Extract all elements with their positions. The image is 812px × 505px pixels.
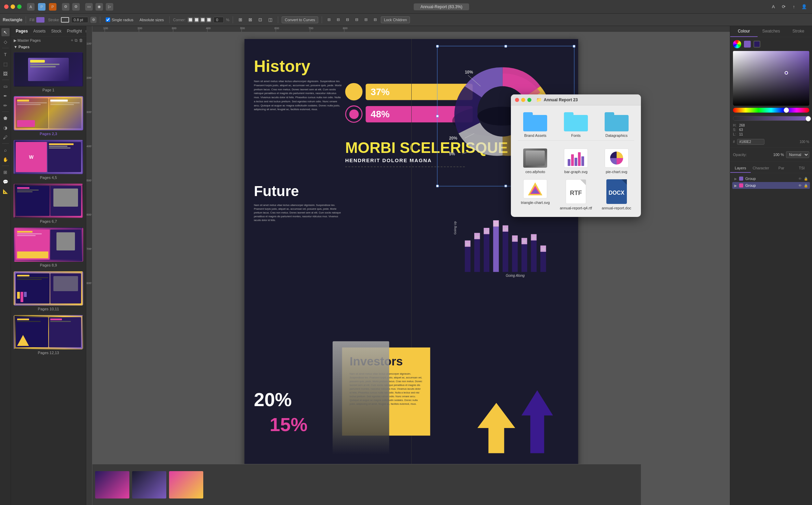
lock-children-btn[interactable]: Lock Children (381, 16, 410, 23)
fm-item-triangle-chart[interactable]: triangle-chart.svg (518, 179, 553, 210)
affinity-icon[interactable]: A (27, 3, 35, 11)
list-item[interactable]: Pages 6,7 (14, 184, 83, 223)
list-item[interactable]: Page 1 (14, 52, 83, 92)
align-icon-3[interactable]: ⊟ (344, 17, 351, 23)
corner-icon-4[interactable]: ⬜ (206, 17, 211, 23)
comment-tool[interactable]: 💬 (1, 178, 10, 186)
tab-pages[interactable]: Pages (14, 28, 30, 34)
transform-icon-4[interactable]: ◫ (266, 16, 274, 23)
sel-handle-tm[interactable] (504, 45, 507, 47)
tab-assets[interactable]: Assets (31, 28, 48, 34)
fm-minimize-btn[interactable] (521, 98, 525, 102)
sel-handle-bl[interactable] (436, 185, 438, 187)
fm-item-docx[interactable]: DOCX annual-report.doc (599, 179, 634, 210)
duplicate-page-icon[interactable]: ⧉ (75, 38, 78, 43)
opacity-thumb[interactable] (805, 116, 811, 121)
gradient-tool[interactable]: ◑ (1, 124, 10, 132)
list-item[interactable]: W Pages 4,5 (14, 140, 83, 180)
color-wheel-small[interactable] (733, 40, 741, 48)
stroke-settings-icon[interactable]: ⚙ (90, 17, 96, 23)
fill-tool[interactable]: ⬟ (1, 114, 10, 122)
tab-layers[interactable]: Layers (730, 164, 751, 173)
blend-mode-select[interactable]: Normal Multiply Screen Overlay (786, 151, 809, 158)
fm-item-rtf[interactable]: RTF annual-report-q4.rtf (558, 179, 594, 210)
history-icon[interactable]: ⟳ (780, 3, 787, 11)
transform-icon-3[interactable]: ⊡ (256, 16, 264, 23)
hue-slider[interactable] (733, 108, 809, 113)
fm-close-btn[interactable] (515, 98, 519, 102)
affinity-pub-icon[interactable]: P (49, 3, 56, 11)
opacity-slider[interactable] (733, 116, 809, 121)
layer-item-group-2[interactable]: ▶ Group 👁 🔒 (732, 182, 810, 189)
fm-maximize-btn[interactable] (527, 98, 531, 102)
list-item[interactable]: Pages 2,3 (14, 96, 83, 136)
corner-value-input[interactable] (214, 17, 224, 23)
fill-color-swatch[interactable] (36, 17, 44, 23)
delete-page-icon[interactable]: 🗑 (79, 38, 83, 43)
strip-thumb-3[interactable] (169, 471, 203, 498)
fm-item-brand-assets[interactable]: Brand Assets (518, 112, 553, 138)
minimize-button[interactable] (11, 4, 15, 9)
hex-input[interactable] (737, 139, 764, 145)
user-icon[interactable]: 👤 (800, 3, 808, 11)
corner-icon-1[interactable]: ⬜ (188, 17, 193, 23)
layer-expand-1[interactable]: ▶ (734, 177, 737, 181)
align-icon-2[interactable]: ⊟ (335, 17, 342, 23)
stroke-color-swatch[interactable] (61, 17, 69, 23)
align-icon-1[interactable]: ⊟ (325, 17, 333, 23)
fm-item-ceo-photo[interactable]: ceo.afphoto (518, 148, 553, 174)
single-radius-checkbox[interactable]: Single radius (104, 17, 136, 23)
strip-thumb-1[interactable] (95, 471, 129, 498)
color-picker-cursor[interactable] (785, 71, 788, 75)
absolute-sizes-btn[interactable]: Absolute sizes (138, 17, 166, 23)
transform-icon-1[interactable]: ⊞ (236, 16, 244, 23)
tab-stroke[interactable]: Stroke (785, 26, 812, 37)
align-icon-6[interactable]: ⊟ (372, 17, 379, 23)
page-thumbnail-45[interactable]: W (14, 140, 83, 174)
page-thumbnail-67[interactable] (14, 184, 83, 218)
fm-item-datagraphics[interactable]: Datagraphics (599, 112, 634, 138)
table-tool[interactable]: ⊞ (1, 168, 10, 176)
pencil-tool[interactable]: ✏ (1, 101, 10, 109)
background-color-swatch[interactable] (753, 41, 760, 48)
sel-handle-tl[interactable] (436, 45, 438, 47)
measure-tool[interactable]: 📐 (1, 187, 10, 195)
foreground-color-swatch[interactable] (744, 41, 751, 48)
share-icon[interactable]: ↑ (790, 3, 798, 11)
image-tool[interactable]: 🖼 (1, 69, 10, 78)
pan-tool[interactable]: ✋ (1, 155, 10, 164)
corner-icon-3[interactable]: ⬜ (200, 17, 205, 23)
page-thumbnail-1213[interactable] (14, 315, 83, 349)
page-thumbnail-89[interactable] (14, 228, 83, 262)
fm-item-fonts[interactable]: Fonts (558, 112, 594, 138)
corner-icon-2[interactable]: ⬜ (194, 17, 199, 23)
sel-handle-tr[interactable] (572, 45, 575, 47)
master-pages-label[interactable]: ▶ Master Pages (14, 38, 41, 43)
tab-par[interactable]: Par (771, 164, 792, 173)
affinity-photo-icon[interactable]: P (38, 3, 46, 11)
close-button[interactable] (4, 4, 9, 9)
settings-icon[interactable]: ⚙ (62, 3, 69, 11)
tool-icon-3[interactable]: ▷ (106, 3, 113, 11)
select-tool[interactable]: ↖ (1, 28, 10, 36)
strip-thumb-2[interactable] (132, 471, 166, 498)
add-page-icon[interactable]: + (71, 38, 73, 43)
tab-preflight[interactable]: Preflight (65, 28, 84, 34)
page-thumbnail-1011[interactable] (14, 271, 83, 306)
align-icon-5[interactable]: ⊟ (362, 17, 370, 23)
maximize-button[interactable] (17, 4, 22, 9)
transform-icon-2[interactable]: ⊠ (246, 16, 254, 23)
tab-swatches[interactable]: Swatches (758, 26, 785, 37)
page-thumbnail-1[interactable] (14, 52, 83, 87)
zoom-tool[interactable]: ⌕ (1, 146, 10, 154)
list-item[interactable]: Pages 10,11 (14, 271, 83, 311)
settings2-icon[interactable]: ⚙ (72, 3, 80, 11)
layer-lock-2[interactable]: 🔒 (804, 184, 808, 187)
node-tool[interactable]: ◇ (1, 38, 10, 46)
pen-tool[interactable]: ✒ (1, 92, 10, 100)
list-item[interactable]: Pages 12,13 (14, 315, 83, 355)
convert-to-curves-btn[interactable]: Convert to Curves (282, 16, 318, 23)
fm-item-pie-chart[interactable]: pie-chart.svg (599, 148, 634, 174)
zoom-icon[interactable]: A (770, 3, 777, 11)
tool-icon-2[interactable]: ◉ (95, 3, 103, 11)
